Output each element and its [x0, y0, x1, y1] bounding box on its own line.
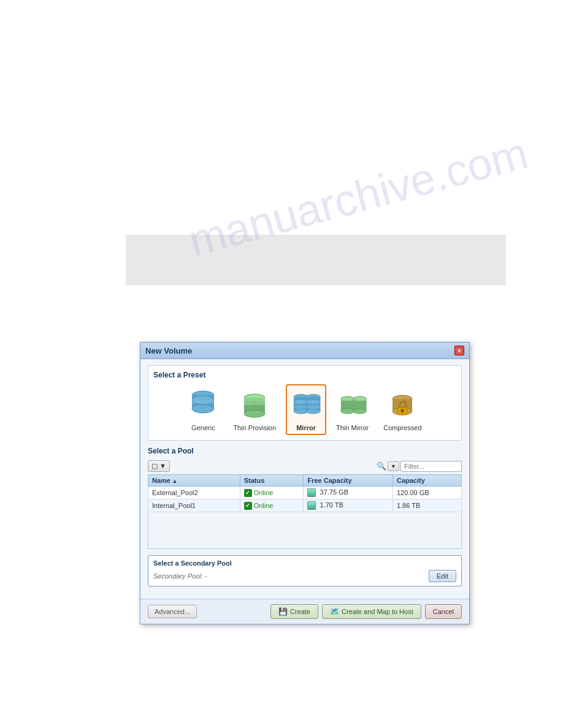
filter-search-icon[interactable]: 🔍 [377, 461, 386, 471]
secondary-pool-row: Secondary Pool: - Edit [153, 570, 456, 582]
svg-rect-11 [244, 398, 265, 401]
secondary-pool-value: Secondary Pool: - [153, 572, 207, 580]
svg-point-24 [340, 409, 354, 414]
preset-compressed[interactable]: Compressed [378, 384, 426, 435]
pool-free-capacity-cell: 37.75 GB [304, 487, 393, 499]
svg-point-25 [340, 396, 354, 401]
pool-section-label: Select a Pool [148, 447, 462, 455]
preset-icons-container: Generic Thin Provision [153, 384, 456, 435]
secondary-pool-header: Select a Secondary Pool [153, 559, 456, 567]
create-map-button[interactable]: 🗺️ Create and Map to Host [322, 604, 421, 619]
dialog-close-button[interactable]: × [454, 346, 464, 355]
create-button[interactable]: 💾 Create [270, 604, 318, 619]
pool-capacity-cell: 1.86 TB [393, 499, 461, 512]
pool-status-cell: ✓ Online [240, 487, 304, 499]
mirror-icon [291, 388, 321, 422]
pool-name-cell: Internal_Pool1 [148, 499, 240, 512]
new-volume-dialog: New Volume × Select a Preset Generic [140, 342, 470, 624]
filter-input[interactable] [400, 461, 462, 472]
preset-compressed-label: Compressed [383, 424, 421, 431]
footer-right: 💾 Create 🗺️ Create and Map to Host Cance… [270, 604, 462, 619]
svg-point-20 [306, 400, 320, 404]
table-row[interactable]: External_Pool2 ✓ Online 37.75 GB 120.00 … [148, 487, 462, 499]
filter-box: 🔍 ▼ [377, 461, 462, 472]
svg-point-28 [353, 409, 366, 414]
preset-thin-mirror-label: Thin Mirror [336, 424, 369, 431]
dialog-title: New Volume [145, 346, 192, 355]
pool-capacity-cell: 120.00 GB [393, 487, 461, 499]
svg-point-7 [244, 410, 265, 417]
preset-mirror[interactable]: Mirror [286, 384, 326, 435]
preset-thin-provision[interactable]: Thin Provision [228, 384, 281, 435]
col-name[interactable]: Name [148, 475, 240, 487]
create-map-label: Create and Map to Host [342, 608, 413, 615]
capacity-icon [307, 501, 316, 510]
pool-table: Name Status Free Capacity Capacity Exter… [148, 474, 462, 512]
dialog-footer: Advanced... 💾 Create 🗺️ Create and Map t… [140, 599, 469, 624]
thin-provision-icon [239, 388, 270, 422]
svg-point-29 [353, 396, 366, 401]
svg-point-4 [192, 396, 214, 404]
create-icon: 💾 [278, 607, 288, 616]
compressed-icon [387, 388, 418, 422]
preset-thin-provision-label: Thin Provision [233, 424, 276, 431]
create-label: Create [290, 608, 310, 615]
pool-status-cell: ✓ Online [240, 499, 304, 512]
col-free-capacity[interactable]: Free Capacity [304, 475, 393, 487]
svg-rect-35 [402, 411, 403, 413]
svg-point-21 [306, 404, 320, 409]
advanced-button[interactable]: Advanced... [148, 605, 197, 618]
col-status[interactable]: Status [240, 475, 304, 487]
create-map-icon: 🗺️ [330, 607, 339, 616]
svg-point-2 [192, 404, 214, 413]
preset-generic[interactable]: Generic [183, 384, 223, 435]
generic-icon [188, 388, 218, 422]
preset-mirror-label: Mirror [296, 424, 316, 431]
dialog-titlebar: New Volume × [140, 343, 469, 359]
preset-thin-mirror[interactable]: Thin Mirror [331, 384, 373, 435]
col-capacity[interactable]: Capacity [393, 475, 461, 487]
status-ok-icon: ✓ [244, 502, 252, 510]
preset-section: Select a Preset Generic [148, 365, 462, 441]
dialog-body: Select a Preset Generic [140, 359, 469, 599]
thin-mirror-icon [337, 388, 368, 422]
preset-generic-label: Generic [191, 424, 215, 431]
footer-left: Advanced... [148, 605, 267, 618]
bg-gray-bar [126, 235, 506, 286]
svg-rect-9 [244, 401, 265, 405]
cancel-button[interactable]: Cancel [425, 604, 462, 619]
pool-view-button[interactable]: ▢ ▼ [148, 460, 170, 472]
status-ok-icon: ✓ [244, 489, 252, 497]
secondary-pool-section: Select a Secondary Pool Secondary Pool: … [148, 555, 462, 586]
pool-section: Select a Pool ▢ ▼ 🔍 ▼ Name Status Free C… [148, 447, 462, 549]
pool-empty-area [148, 512, 462, 549]
pool-name-cell: External_Pool2 [148, 487, 240, 499]
preset-section-label: Select a Preset [153, 371, 456, 379]
capacity-icon [307, 488, 316, 497]
pool-free-capacity-cell: 1.70 TB [304, 499, 393, 512]
table-row[interactable]: Internal_Pool1 ✓ Online 1.70 TB 1.86 TB [148, 499, 462, 512]
secondary-pool-edit-button[interactable]: Edit [429, 570, 456, 582]
pool-toolbar: ▢ ▼ 🔍 ▼ [148, 460, 462, 472]
filter-dropdown-button[interactable]: ▼ [388, 461, 399, 471]
